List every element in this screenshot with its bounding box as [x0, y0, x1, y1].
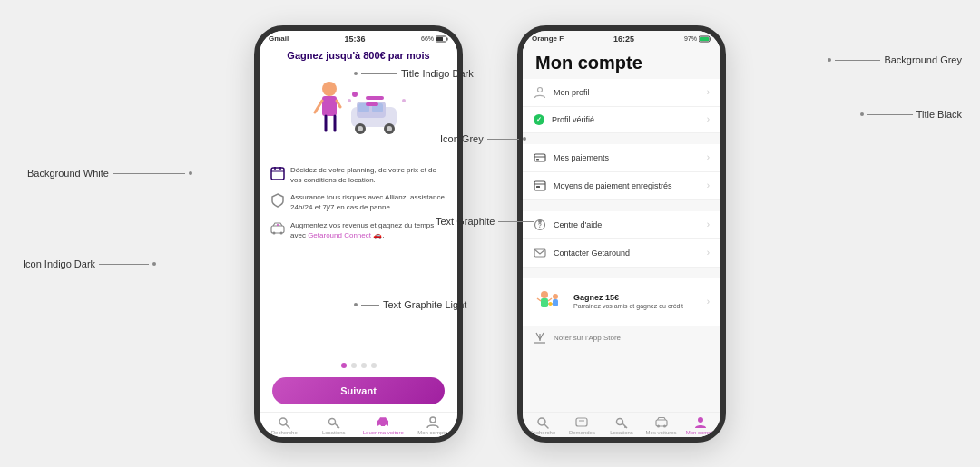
phone1-features: Décidez de votre planning, de votre prix… [260, 163, 457, 357]
referral-desc: Parrainez vos amis et gagnez du crédit [573, 302, 700, 311]
dot-2 [351, 363, 357, 368]
annotation-line-bg-grey [835, 60, 880, 61]
annotation-line-icon-grey [487, 139, 519, 140]
feature-item-2: Assurance tous risques avec Allianz, ass… [270, 192, 446, 212]
menu-item-text-moyens: Moyens de paiement enregistrés [554, 181, 700, 190]
annotation-dot-bg-grey [828, 58, 831, 62]
card-icon [534, 180, 546, 192]
svg-point-20 [348, 99, 351, 102]
annotation-title-black: Title Black [860, 109, 962, 120]
annotation-line-icon-indigo [99, 264, 149, 265]
menu-item-text-contacter: Contacter Getaround [554, 248, 700, 258]
status-bar-1: Gmail 15:36 66% [260, 31, 457, 45]
nav-label-locations-2: Locations [610, 430, 633, 435]
svg-rect-4 [322, 96, 337, 116]
referral-item[interactable]: Gagnez 15€ Parrainez vos amis et gagnez … [523, 278, 720, 326]
pagination-dots [260, 357, 457, 374]
svg-point-57 [549, 302, 553, 306]
getaround-link[interactable]: Getaround Connect [308, 231, 371, 239]
svg-point-21 [402, 99, 406, 102]
status-bar-2: Orange F 16:25 97% [523, 31, 720, 45]
svg-point-3 [322, 82, 337, 96]
nav-compte-1[interactable]: Mon compte [408, 416, 458, 435]
nav-compte-2[interactable]: Mon compte [681, 416, 720, 435]
svg-rect-41 [700, 37, 709, 41]
menu-item-centre-aide[interactable]: ? Centre d'aide › [523, 211, 720, 239]
svg-rect-2 [436, 37, 443, 41]
search-icon-1 [278, 416, 290, 429]
phone2-content: Mon compte Mon profil › ✓ [523, 45, 720, 412]
svg-rect-48 [536, 186, 540, 188]
chevron-icon-referral: › [707, 297, 710, 306]
phone-1: Gmail 15:36 66% Gagnez jusqu'à 800€ par … [254, 25, 463, 443]
svg-line-63 [544, 424, 548, 428]
status-left-1: Gmail [269, 34, 289, 43]
menu-item-moyens-paiement[interactable]: Moyens de paiement enregistrés › [523, 172, 720, 200]
chevron-icon-moyens: › [707, 180, 710, 190]
dot-1 [341, 363, 347, 368]
illustration-svg [295, 69, 422, 160]
nav-locations-1[interactable]: Locations [309, 416, 359, 435]
battery-icon-2 [699, 35, 711, 43]
svg-point-73 [698, 417, 703, 423]
menu-item-text-paiements: Mes paiements [554, 153, 700, 162]
feature-text-3: Augmentez vos revenus et gagnez du temps… [290, 220, 446, 240]
menu-item-mes-paiements[interactable]: Mes paiements › [523, 144, 720, 172]
calendar-icon [270, 166, 285, 180]
nav-locations-2[interactable]: Locations [602, 416, 642, 435]
person-icon-1 [426, 416, 439, 429]
nav-label-voitures-2: Mes voitures [646, 430, 677, 435]
svg-point-54 [553, 294, 558, 299]
svg-rect-64 [576, 418, 587, 426]
chevron-icon-contacter: › [707, 248, 710, 258]
nav-recherche-1[interactable]: Recherche [260, 416, 309, 435]
svg-point-37 [385, 424, 387, 427]
nav-label-recherche-2: Recherche [529, 430, 555, 435]
svg-rect-45 [536, 159, 539, 161]
help-icon: ? [534, 219, 546, 231]
verified-check: ✓ [536, 116, 542, 123]
menu-item-contacter[interactable]: Contacter Getaround › [523, 239, 720, 268]
shield-icon [270, 193, 285, 208]
feature-text-1: Décidez de votre planning, de votre prix… [290, 165, 446, 185]
svg-point-38 [430, 417, 436, 423]
status-right-2: 97% [684, 35, 711, 43]
nav-label-recherche-1: Recherche [271, 430, 298, 435]
search-icon-2 [536, 416, 549, 429]
store-item[interactable]: Noter sur l'App Store [523, 326, 720, 350]
menu-item-text-aide: Centre d'aide [554, 220, 700, 229]
menu-item-mon-profil[interactable]: Mon profil › [523, 79, 720, 107]
battery-level-2: 97% [684, 35, 697, 42]
menu-section-help: ? Centre d'aide › Contacter Getaround › [523, 211, 720, 268]
phone1-content: Gagnez jusqu'à 800€ par mois [260, 45, 457, 412]
nav-recherche-2[interactable]: Recherche [523, 416, 563, 435]
svg-point-72 [663, 424, 666, 427]
annotation-dot-title-black [860, 112, 864, 116]
verified-icon: ✓ [534, 114, 544, 125]
svg-point-52 [541, 291, 548, 298]
menu-item-profil-verifie[interactable]: ✓ Profil vérifié › [523, 107, 720, 133]
svg-point-28 [280, 231, 283, 234]
nav-louer-1[interactable]: Louer ma voiture [358, 416, 408, 435]
svg-rect-43 [534, 154, 545, 161]
annotation-icon-indigo: Icon Indigo Dark [23, 258, 156, 269]
battery-level-1: 66% [421, 35, 434, 42]
nav-label-compte-2: Mon compte [686, 430, 716, 435]
suivant-button[interactable]: Suivant [272, 377, 445, 404]
referral-illustration [534, 286, 566, 318]
svg-point-42 [538, 87, 543, 92]
svg-point-14 [387, 126, 392, 131]
feature-item-1: Décidez de votre planning, de votre prix… [270, 165, 446, 185]
annotation-label-bg-grey: Background Grey [884, 54, 962, 65]
menu-item-text-profil: Mon profil [554, 88, 700, 97]
nav-voitures-2[interactable]: Mes voitures [642, 416, 681, 435]
car-connect-icon [270, 221, 285, 236]
status-left-2: Orange F [532, 34, 564, 43]
nav-demandes-2[interactable]: Demandes [563, 416, 603, 435]
battery-icon-1 [436, 35, 448, 43]
status-center-1: 15:36 [345, 34, 366, 44]
phone1-title: Gagnez jusqu'à 800€ par mois [260, 45, 457, 63]
svg-rect-17 [366, 96, 384, 100]
annotation-label-bg-white: Background White [27, 168, 109, 179]
referral-text: Gagnez 15€ Parrainez vos amis et gagnez … [573, 293, 700, 311]
